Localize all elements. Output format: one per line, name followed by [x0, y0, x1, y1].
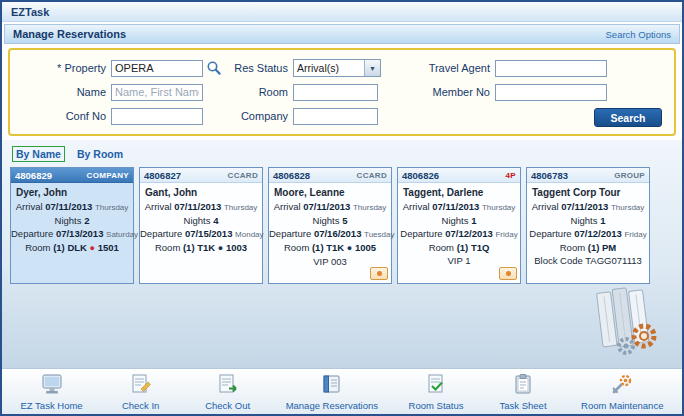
toolbar-label: Task Sheet — [500, 400, 547, 411]
chevron-down-icon[interactable]: ▼ — [364, 60, 380, 76]
payment-type-badge: CCARD — [228, 171, 258, 180]
search-button[interactable]: Search — [594, 108, 662, 127]
toolbar-check-out[interactable]: Check Out — [199, 373, 257, 411]
company-label: Company — [222, 110, 288, 122]
reservation-card[interactable]: 4806826 4P Taggent, Darlene Arrival 07/1… — [397, 167, 521, 284]
task-sheet-icon — [510, 373, 536, 399]
home-computer-icon — [39, 373, 65, 399]
arrival-line: Arrival 07/11/2013 Thursday — [398, 200, 520, 214]
room-label: Room — [222, 86, 288, 98]
view-tabs: By Name By Room — [12, 146, 682, 162]
membership-stamp-icon — [499, 267, 517, 280]
nights-line: Nights 2 — [11, 214, 133, 227]
nights-line: Nights 1 — [398, 214, 520, 227]
room-status-icon: ● — [90, 243, 95, 253]
toolbar-check-in[interactable]: Check In — [112, 373, 170, 411]
arrival-line: Arrival 07/11/2013 Thursday — [527, 200, 649, 214]
title-bar: EZTask — [2, 2, 682, 22]
company-input[interactable] — [293, 108, 378, 125]
toolbar-manage-reservations[interactable]: Manage Reservations — [286, 373, 378, 411]
room-status-icon: ● — [347, 243, 352, 253]
property-input[interactable] — [111, 60, 203, 77]
room-status-icon: ● — [218, 243, 223, 253]
bottom-toolbar: EZ Task Home Check In — [2, 368, 682, 414]
toolbar-label: Room Status — [409, 400, 464, 411]
nights-line: Nights 1 — [527, 214, 649, 227]
member-no-label: Member No — [412, 86, 490, 98]
guest-name: Taggent, Darlene — [398, 183, 520, 200]
membership-stamp-icon — [370, 267, 388, 280]
reservation-card[interactable]: 4806829 COMPANY Dyer, John Arrival 07/11… — [10, 167, 134, 284]
block-code-line: Block Code TAGG071113 — [527, 254, 649, 267]
guest-name: Moore, Leanne — [269, 183, 391, 200]
travel-agent-input[interactable] — [495, 60, 607, 77]
reservation-cards: 4806829 COMPANY Dyer, John Arrival 07/11… — [10, 167, 674, 284]
check-out-icon — [215, 373, 241, 399]
payment-type-badge: 4P — [506, 171, 516, 180]
name-label: Name — [18, 86, 106, 98]
name-input[interactable] — [111, 84, 203, 101]
toolbar-room-maintenance[interactable]: Room Maintenance — [581, 373, 663, 411]
guest-name: Taggent Corp Tour — [527, 183, 649, 200]
confirmation-number: 4806826 — [402, 170, 439, 181]
room-status-icon — [423, 373, 449, 399]
confirmation-number: 4806783 — [531, 170, 568, 181]
room-input[interactable] — [293, 84, 378, 101]
room-line: Room (1) T1Q — [398, 241, 520, 254]
nights-line: Nights 5 — [269, 214, 391, 227]
card-header: 4806829 COMPANY — [11, 168, 133, 183]
toolbar-label: EZ Task Home — [21, 400, 83, 411]
room-maintenance-icon — [609, 373, 635, 399]
confirmation-number: 4806827 — [144, 170, 181, 181]
room-line: Room (1) PM — [527, 241, 649, 254]
toolbar-label: Check In — [122, 400, 160, 411]
toolbar-ez-task-home[interactable]: EZ Task Home — [21, 373, 83, 411]
departure-line: Departure 07/13/2013 Saturday — [11, 227, 133, 241]
nights-line: Nights 4 — [140, 214, 262, 227]
conf-no-label: Conf No — [18, 110, 106, 122]
member-no-input[interactable] — [495, 84, 607, 101]
tab-by-room[interactable]: By Room — [73, 146, 127, 162]
card-header: 4806826 4P — [398, 168, 520, 183]
departure-line: Departure 07/12/2013 Friday — [398, 227, 520, 241]
arrival-line: Arrival 07/11/2013 Thursday — [140, 200, 262, 214]
app-title: EZTask — [11, 6, 49, 18]
reservation-card[interactable]: 4806828 CCARD Moore, Leanne Arrival 07/1… — [268, 167, 392, 284]
search-form: * Property Name Conf No Res Status Arriv… — [8, 48, 676, 136]
search-lookup-icon[interactable] — [206, 60, 222, 76]
page-header: Manage Reservations Search Options — [4, 24, 680, 44]
room-line: Room (1) DLK ● 1501 — [11, 241, 133, 255]
payment-type-badge: COMPANY — [87, 171, 129, 180]
payment-type-badge: GROUP — [614, 171, 645, 180]
page-title: Manage Reservations — [13, 28, 126, 40]
departure-line: Departure 07/15/2013 Monday — [140, 227, 262, 241]
toolbar-label: Manage Reservations — [286, 400, 378, 411]
res-status-select[interactable]: Arrival(s) ▼ — [293, 59, 381, 77]
search-options-link[interactable]: Search Options — [606, 29, 671, 40]
check-in-icon — [128, 373, 154, 399]
results-area: By Name By Room 4806829 COMPANY Dyer, Jo… — [2, 140, 682, 368]
travel-agent-label: Travel Agent — [412, 62, 490, 74]
toolbar-label: Room Maintenance — [581, 400, 663, 411]
confirmation-number: 4806828 — [273, 170, 310, 181]
eztask-window: EZTask Manage Reservations Search Option… — [0, 0, 684, 416]
reservation-card[interactable]: 4806783 GROUP Taggent Corp Tour Arrival … — [526, 167, 650, 284]
card-header: 4806827 CCARD — [140, 168, 262, 183]
reservations-book-icon — [319, 373, 345, 399]
vip-line: VIP 003 — [269, 255, 391, 268]
toolbar-room-status[interactable]: Room Status — [407, 373, 465, 411]
arrival-line: Arrival 07/11/2013 Thursday — [11, 200, 133, 214]
res-status-value: Arrival(s) — [297, 62, 339, 74]
reservation-card[interactable]: 4806827 CCARD Gant, John Arrival 07/11/2… — [139, 167, 263, 284]
departure-line: Departure 07/12/2013 Friday — [527, 227, 649, 241]
card-header: 4806828 CCARD — [269, 168, 391, 183]
tab-by-name[interactable]: By Name — [12, 146, 65, 162]
room-line: Room (1) T1K ● 1005 — [269, 241, 391, 255]
room-line: Room (1) T1K ● 1003 — [140, 241, 262, 255]
property-label: * Property — [18, 62, 106, 74]
payment-type-badge: CCARD — [357, 171, 387, 180]
arrival-line: Arrival 07/11/2013 Thursday — [269, 200, 391, 214]
guest-name: Gant, John — [140, 183, 262, 200]
toolbar-task-sheet[interactable]: Task Sheet — [494, 373, 552, 411]
conf-no-input[interactable] — [111, 108, 203, 125]
